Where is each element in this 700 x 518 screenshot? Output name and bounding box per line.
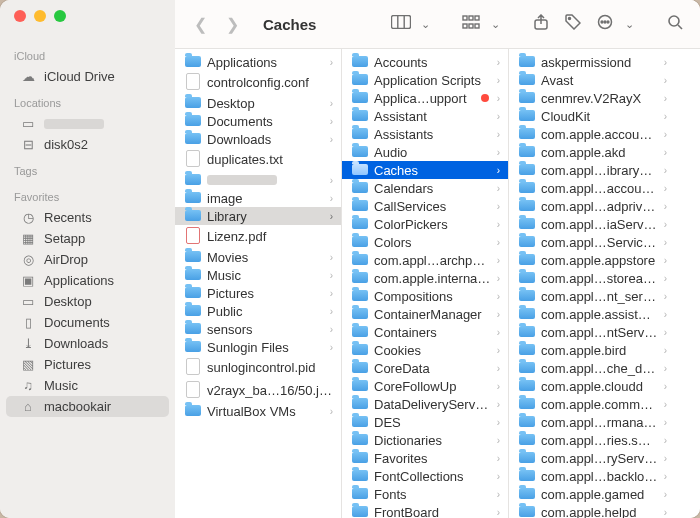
file-row[interactable]: com.appl…ries.service› xyxy=(509,431,675,449)
file-row[interactable]: CloudKit› xyxy=(509,107,675,125)
file-row[interactable]: › xyxy=(175,171,341,189)
file-row[interactable]: com.appl…accountsd› xyxy=(509,179,675,197)
file-row[interactable]: com.apple.akd› xyxy=(509,143,675,161)
file-row[interactable]: sensors› xyxy=(175,320,341,338)
file-row[interactable]: com.appl…ServicesUI› xyxy=(509,233,675,251)
file-row[interactable]: Music› xyxy=(175,266,341,284)
chevron-down-icon[interactable]: ⌄ xyxy=(414,18,436,31)
file-row[interactable]: com.appl…nt_service› xyxy=(509,287,675,305)
sidebar-item-desktop[interactable]: ▭Desktop xyxy=(6,291,169,312)
tags-icon[interactable] xyxy=(562,14,584,34)
file-row[interactable]: Documents› xyxy=(175,112,341,130)
file-row[interactable]: com.appl…iaServices› xyxy=(509,215,675,233)
sidebar-item-applications[interactable]: ▣Applications xyxy=(6,270,169,291)
file-row[interactable]: Caches› xyxy=(342,161,508,179)
file-row[interactable]: Movies› xyxy=(175,248,341,266)
file-row[interactable]: com.apple.helpd› xyxy=(509,503,675,518)
file-row[interactable]: Dictionaries› xyxy=(342,431,508,449)
file-row[interactable]: image› xyxy=(175,189,341,207)
file-row[interactable]: com.apple.assistantd› xyxy=(509,305,675,323)
file-row[interactable]: Calendars› xyxy=(342,179,508,197)
file-row[interactable]: VirtualBox VMs› xyxy=(175,402,341,420)
file-row[interactable]: Fonts› xyxy=(342,485,508,503)
close-icon[interactable] xyxy=(14,10,26,22)
file-row[interactable]: Applications› xyxy=(175,53,341,71)
file-row[interactable]: CoreFollowUp› xyxy=(342,377,508,395)
file-row[interactable]: Favorites› xyxy=(342,449,508,467)
search-icon[interactable] xyxy=(664,14,686,34)
zoom-icon[interactable] xyxy=(54,10,66,22)
file-row[interactable]: Avast› xyxy=(509,71,675,89)
file-row[interactable]: com.appl…rmanagerd› xyxy=(509,413,675,431)
file-row[interactable]: CallServices› xyxy=(342,197,508,215)
file-row[interactable]: controlconfig.conf xyxy=(175,71,341,94)
file-row[interactable]: Containers› xyxy=(342,323,508,341)
file-row[interactable]: CoreData› xyxy=(342,359,508,377)
file-row[interactable]: com.apple.accountsd› xyxy=(509,125,675,143)
sidebar-item-airdrop[interactable]: ◎AirDrop xyxy=(6,249,169,270)
sidebar-item-disk0s2[interactable]: ⊟disk0s2 xyxy=(6,134,169,155)
sidebar-item-macbookair[interactable]: ⌂macbookair xyxy=(6,396,169,417)
sidebar-item-recents[interactable]: ◷Recents xyxy=(6,207,169,228)
file-row[interactable]: com.apple.bird› xyxy=(509,341,675,359)
file-row[interactable]: com.appl…storeagent› xyxy=(509,269,675,287)
file-row[interactable]: com.apple.gamed› xyxy=(509,485,675,503)
file-row[interactable]: duplicates.txt xyxy=(175,148,341,171)
chevron-down-icon[interactable]: ⌄ xyxy=(484,18,506,31)
sidebar-item-blurred[interactable]: ▭ xyxy=(6,113,169,134)
file-row[interactable]: Downloads› xyxy=(175,130,341,148)
file-row[interactable]: Pictures› xyxy=(175,284,341,302)
file-row[interactable]: DES› xyxy=(342,413,508,431)
file-row[interactable]: FontCollections› xyxy=(342,467,508,485)
file-row[interactable]: Public› xyxy=(175,302,341,320)
file-row[interactable]: Library› xyxy=(175,207,341,225)
group-by-icon[interactable] xyxy=(460,15,482,33)
sidebar-item-downloads[interactable]: ⤓Downloads xyxy=(6,333,169,354)
file-row[interactable]: Applica…upport› xyxy=(342,89,508,107)
file-row[interactable]: Desktop› xyxy=(175,94,341,112)
file-row[interactable]: Sunlogin Files› xyxy=(175,338,341,356)
file-row[interactable]: v2rayx_ba…16/50.json xyxy=(175,379,341,402)
share-icon[interactable] xyxy=(530,14,552,34)
sidebar-item-documents[interactable]: ▯Documents xyxy=(6,312,169,333)
file-row[interactable]: cenmrev.V2RayX› xyxy=(509,89,675,107)
file-row[interactable]: com.apple.cloudd› xyxy=(509,377,675,395)
minimize-icon[interactable] xyxy=(34,10,46,22)
chevron-down-icon[interactable]: ⌄ xyxy=(618,18,640,31)
file-row[interactable]: Colors› xyxy=(342,233,508,251)
file-row[interactable]: com.appl…ntServices› xyxy=(509,323,675,341)
file-row[interactable]: Application Scripts› xyxy=(342,71,508,89)
column-2[interactable]: askpermissiond›Avast›cenmrev.V2RayX›Clou… xyxy=(509,49,675,518)
file-row[interactable]: ContainerManager› xyxy=(342,305,508,323)
file-row[interactable]: askpermissiond› xyxy=(509,53,675,71)
file-row[interactable]: Cookies› xyxy=(342,341,508,359)
file-row[interactable]: ColorPickers› xyxy=(342,215,508,233)
sidebar-item-setapp[interactable]: ▦Setapp xyxy=(6,228,169,249)
file-row[interactable]: com.apple.internal.ck› xyxy=(342,269,508,287)
file-row[interactable]: com.appl…backlogger› xyxy=(509,467,675,485)
file-row[interactable]: Accounts› xyxy=(342,53,508,71)
more-icon[interactable] xyxy=(594,14,616,34)
sidebar-item-icloud-drive[interactable]: ☁︎iCloud Drive xyxy=(6,66,169,87)
view-columns-icon[interactable] xyxy=(390,15,412,33)
sidebar-item-pictures[interactable]: ▧Pictures xyxy=(6,354,169,375)
file-row[interactable]: Lizenz.pdf xyxy=(175,225,341,248)
file-row[interactable]: Audio› xyxy=(342,143,508,161)
file-row[interactable]: Compositions› xyxy=(342,287,508,305)
file-row[interactable]: com.appl…ryServices› xyxy=(509,449,675,467)
file-row[interactable]: com.appl…ibraryAgent› xyxy=(509,161,675,179)
file-row[interactable]: Assistant› xyxy=(342,107,508,125)
sidebar-item-music[interactable]: ♫Music xyxy=(6,375,169,396)
file-row[interactable]: com.appl…archpartyd› xyxy=(342,251,508,269)
file-row[interactable]: com.appl…che_delete› xyxy=(509,359,675,377)
file-row[interactable]: FrontBoard› xyxy=(342,503,508,518)
file-row[interactable]: DataDeliveryServices› xyxy=(342,395,508,413)
file-row[interactable]: sunlogincontrol.pid xyxy=(175,356,341,379)
file-row[interactable]: com.apple.commerce› xyxy=(509,395,675,413)
file-row[interactable]: com.apple.appstore› xyxy=(509,251,675,269)
file-row[interactable]: Assistants› xyxy=(342,125,508,143)
forward-button[interactable]: ❯ xyxy=(221,15,243,34)
column-1[interactable]: Accounts›Application Scripts›Applica…upp… xyxy=(342,49,509,518)
file-row[interactable]: com.appl…adprivacyd› xyxy=(509,197,675,215)
column-0[interactable]: Applications›controlconfig.confDesktop›D… xyxy=(175,49,342,518)
